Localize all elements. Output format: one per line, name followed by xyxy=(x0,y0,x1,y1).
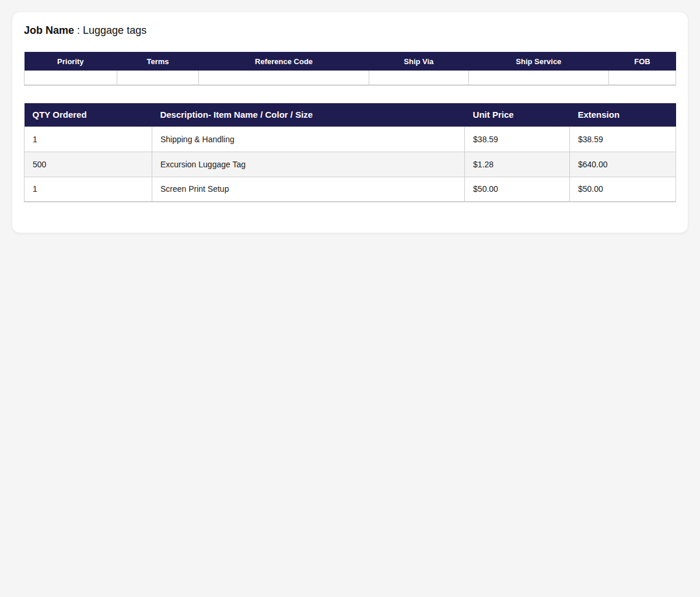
page-title: Job Name : Luggage tags xyxy=(24,24,676,37)
job-name-value: : Luggage tags xyxy=(77,24,146,36)
items-header-row: QTY Ordered Description- Item Name / Col… xyxy=(24,103,676,127)
column-header-unit-price: Unit Price xyxy=(465,103,570,127)
column-header-qty-ordered: QTY Ordered xyxy=(24,103,152,127)
ship-via-cell xyxy=(369,71,468,85)
shipping-header-row: Priority Terms Reference Code Ship Via S… xyxy=(24,52,676,71)
unit-price-cell: $38.59 xyxy=(465,127,570,152)
column-header-ship-via: Ship Via xyxy=(369,52,468,71)
column-header-terms: Terms xyxy=(117,52,199,71)
fob-cell xyxy=(608,71,676,85)
reference-code-cell xyxy=(199,71,369,85)
column-header-priority: Priority xyxy=(24,52,117,71)
item-row: 1 Shipping & Handling $38.59 $38.59 xyxy=(24,127,676,152)
ship-service-cell xyxy=(468,71,608,85)
job-name-label: Job Name xyxy=(24,24,74,36)
order-detail-card: Job Name : Luggage tags Priority Terms R… xyxy=(12,12,688,233)
column-header-description: Description- Item Name / Color / Size xyxy=(152,103,464,127)
terms-cell xyxy=(117,71,199,85)
extension-cell: $640.00 xyxy=(569,152,676,177)
unit-price-cell: $1.28 xyxy=(465,152,570,177)
column-header-reference-code: Reference Code xyxy=(199,52,369,71)
qty-cell: 1 xyxy=(24,177,152,202)
extension-cell: $38.59 xyxy=(569,127,676,152)
item-row: 500 Excursion Luggage Tag $1.28 $640.00 xyxy=(24,152,676,177)
shipping-empty-row xyxy=(24,71,676,85)
unit-price-cell: $50.00 xyxy=(465,177,570,202)
priority-cell xyxy=(24,71,117,85)
extension-cell: $50.00 xyxy=(569,177,676,202)
column-header-ship-service: Ship Service xyxy=(468,52,608,71)
qty-cell: 500 xyxy=(24,152,152,177)
line-items-table: QTY Ordered Description- Item Name / Col… xyxy=(24,103,676,202)
description-cell: Shipping & Handling xyxy=(152,127,464,152)
description-cell: Excursion Luggage Tag xyxy=(152,152,464,177)
column-header-fob: FOB xyxy=(608,52,676,71)
column-header-extension: Extension xyxy=(569,103,676,127)
item-row: 1 Screen Print Setup $50.00 $50.00 xyxy=(24,177,676,202)
shipping-info-table: Priority Terms Reference Code Ship Via S… xyxy=(24,52,676,86)
qty-cell: 1 xyxy=(24,127,152,152)
description-cell: Screen Print Setup xyxy=(152,177,464,202)
